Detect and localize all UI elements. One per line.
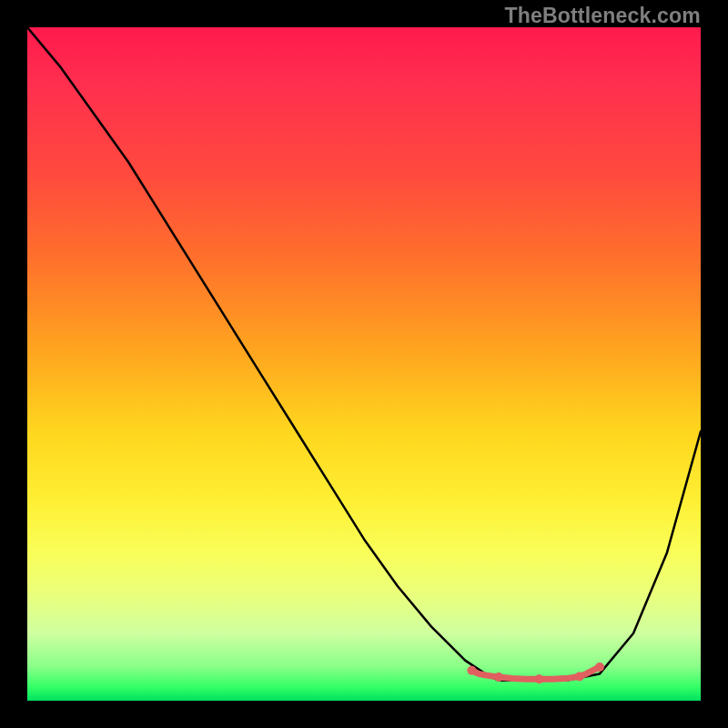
chart-stage: TheBottleneck.com	[0, 0, 728, 728]
watermark-text: TheBottleneck.com	[504, 4, 701, 28]
plot-background	[27, 27, 701, 701]
